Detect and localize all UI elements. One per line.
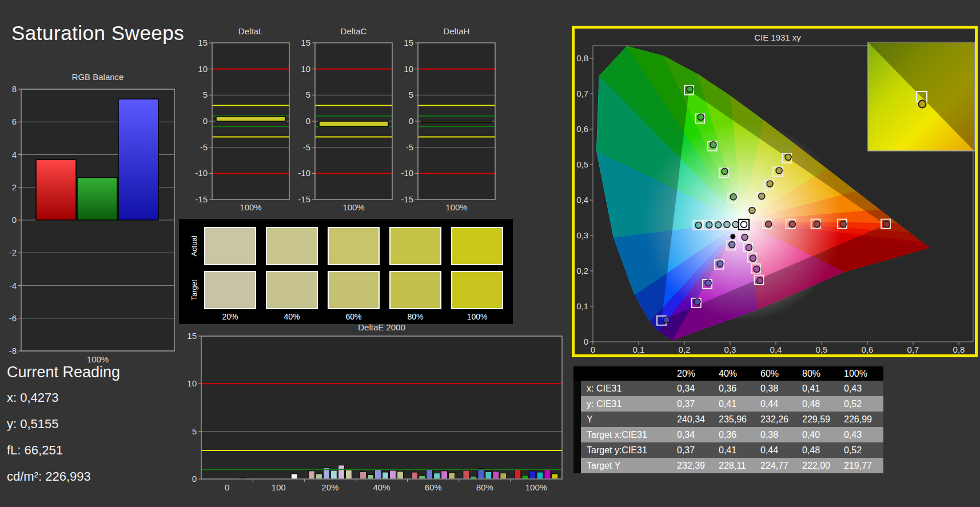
table-cell: 219,77: [842, 458, 883, 473]
tick-label: 0: [584, 337, 588, 346]
chart-title: CIE 1931 xy: [754, 33, 801, 42]
deltae-bar: [308, 471, 314, 479]
tick-label: 0: [591, 345, 595, 354]
table-cell: 228,11: [716, 458, 758, 473]
tick-label: -6: [9, 313, 17, 323]
reading-line: x: 0,4273: [7, 390, 120, 405]
reading-line: y: 0,5155: [7, 417, 120, 432]
chart-title: DeltaH: [444, 26, 470, 36]
table-cell: 0,37: [675, 396, 716, 412]
reading-line: fL: 66,251: [7, 443, 120, 458]
tick-label: -4: [9, 281, 17, 290]
table-cell: 240,34: [675, 412, 716, 427]
green-measured-marker: [730, 194, 736, 200]
group-label: 100: [272, 482, 286, 492]
rgb-bar-red: [36, 159, 76, 220]
table-cell: 235,96: [716, 412, 758, 427]
cyan-measured-marker: [706, 222, 712, 228]
tick-label: 0: [12, 215, 17, 225]
deltae-bar: [463, 470, 469, 479]
actual-swatch-40%: [266, 227, 318, 265]
tick-label: 0,1: [576, 301, 588, 311]
table-row: x: CIE310,340,360,380,410,43: [573, 381, 883, 396]
green-measured-marker: [698, 114, 704, 120]
tick-label: 0,2: [679, 345, 691, 354]
rgb-balance-chart[interactable]: RGB Balance86420-2-4-6-8100%: [0, 67, 184, 362]
tick-label: 0: [409, 116, 413, 126]
blue-measured-marker: [705, 280, 711, 286]
deltae-bar: [552, 474, 558, 479]
cyan-measured-marker: [724, 221, 730, 227]
column-header: 100%: [842, 366, 883, 381]
deltae-bar: [316, 474, 322, 479]
yellow-measured-marker: [776, 167, 782, 174]
tick-label: 15: [404, 38, 413, 47]
group-label: 100%: [525, 482, 547, 492]
deltae-bar: [478, 469, 484, 479]
deltaH-chart[interactable]: DeltaH151050-5-10-15100%: [400, 23, 503, 216]
tick-label: -10: [298, 168, 310, 178]
magenta-measured-marker: [757, 277, 763, 284]
deltae-bar: [449, 473, 455, 479]
tick-label: 0,8: [953, 345, 965, 354]
deltae-bar: [390, 470, 396, 479]
tick-label: 0,2: [576, 266, 588, 276]
tick-label: 10: [404, 64, 413, 74]
tick-label: -15: [298, 194, 310, 204]
table-cell: 229,59: [800, 412, 842, 427]
chart-title: DeltaE 2000: [358, 322, 405, 332]
tick-label: 10: [198, 64, 208, 74]
deltae-bar: [493, 471, 499, 479]
table-cell: 222,00: [800, 458, 842, 473]
table-cell: 0,41: [716, 396, 758, 412]
tick-label: 4: [12, 150, 17, 159]
magnified-inset: [868, 42, 974, 151]
deltae-bar: [537, 472, 543, 479]
delta-bar: [422, 121, 491, 122]
tick-label: 15: [198, 38, 208, 47]
table-cell: 0,41: [716, 442, 758, 458]
table-cell: 0,44: [758, 442, 800, 458]
tick-label: -15: [401, 194, 413, 204]
deltae2000-chart[interactable]: DeltaE 2000051015010020%40%60%80%100%: [177, 318, 572, 492]
inset-measured-marker: [919, 101, 926, 108]
table-cell: 0,41: [800, 381, 842, 396]
target-swatch-20%: [204, 271, 256, 309]
tick-label: 15: [187, 331, 197, 341]
deltaC-chart[interactable]: DeltaC151050-5-10-15100%: [297, 23, 400, 216]
table-cell: 0,34: [675, 381, 716, 396]
cyan-measured-marker: [715, 222, 722, 228]
yellow-measured-marker: [759, 193, 765, 199]
x-axis-label: 100%: [342, 202, 364, 212]
yellow-measured-marker: [749, 207, 755, 213]
table-cell: 0,52: [842, 442, 883, 458]
column-header: 40%: [716, 366, 758, 381]
table-row: Y240,34235,96232,26229,59226,99: [573, 412, 883, 427]
swatch-comparison-panel[interactable]: ActualTarget20%40%60%80%100%: [179, 219, 513, 324]
target-swatch-40%: [266, 271, 318, 309]
deltae-bar: [529, 471, 536, 479]
tick-label: 0,3: [724, 345, 736, 354]
tick-label: 0,4: [576, 195, 588, 205]
red-measured-marker: [766, 221, 772, 227]
deltaL-chart[interactable]: DeltaL151050-5-10-15100%: [194, 23, 297, 216]
green-measured-marker: [710, 142, 716, 148]
chart-title: DeltaC: [341, 26, 367, 36]
current-reading-block: Current Reading x: 0,4273y: 0,5155fL: 66…: [7, 364, 120, 496]
table-cell: 0,40: [800, 427, 842, 442]
deltae-bar: [434, 473, 440, 479]
blue-measured-marker: [663, 317, 670, 323]
deltae-bar: [427, 469, 433, 480]
table-row: Target x:CIE310,340,360,380,400,43: [573, 427, 883, 442]
reading-line: cd/m²: 226,993: [7, 469, 120, 484]
table-row: Target y:CIE310,370,410,440,480,52: [573, 442, 883, 458]
table-cell: 0,44: [758, 396, 800, 412]
deltae-bar: [345, 470, 352, 479]
red-measured-marker: [789, 221, 795, 227]
row-label: y: CIE31: [581, 396, 675, 412]
cie-1931-panel-selected[interactable]: CIE 1931 xy000,10,10,20,20,30,30,40,40,5…: [572, 26, 978, 357]
current-reading-heading: Current Reading: [7, 364, 120, 381]
chart-title: DeltaL: [238, 26, 263, 36]
actual-swatch-100%: [451, 227, 503, 265]
deltae-bar: [412, 472, 418, 479]
